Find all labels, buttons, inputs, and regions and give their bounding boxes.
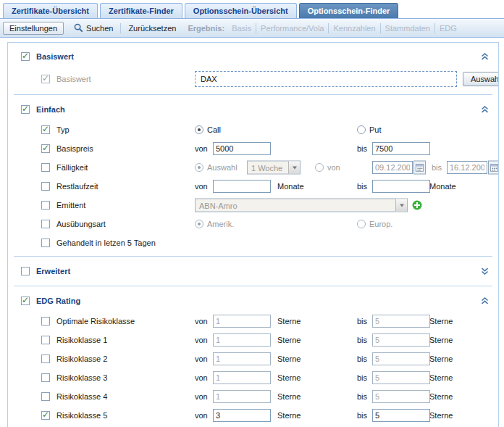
tab-optionsschein-uebersicht[interactable]: Optionsschein-Übersicht [185,3,297,18]
risikoklasse-checkbox[interactable] [41,392,50,401]
section-separator [14,286,492,286]
basispreis-label: Basispreis [56,144,93,153]
put-radio-option[interactable]: Put [357,125,382,134]
risiko-bis-input [372,352,430,365]
call-label: Call [207,125,221,134]
bis-label: bis [357,355,367,363]
filter-row-risikoklasse-1: Risikoklasse 1 von Sterne bis Sterne [8,331,498,349]
restlaufzeit-bis-input[interactable] [372,180,430,193]
basiswert-section-checkbox[interactable] [21,52,30,61]
risikoklasse-checkbox[interactable] [41,355,50,363]
risikoklasse-label: Risikoklasse 4 [56,392,107,401]
risikoklasse-label: Risikoklasse 3 [56,373,107,382]
risiko-bis-input [372,390,430,403]
auswahl-label: Auswahl [207,163,238,172]
section-separator [14,94,492,95]
search-icon [74,23,83,33]
europ-label: Europ. [369,220,392,228]
collapse-icon[interactable] [481,53,489,60]
faelligkeit-checkbox[interactable] [41,163,50,172]
einstellungen-button[interactable]: Einstellungen [3,22,64,35]
basispreis-bis-input[interactable] [372,142,430,155]
suchen-button[interactable]: Suchen [70,22,117,34]
dropdown-arrow-icon [395,199,407,212]
bis-label: bis [357,411,367,420]
put-radio[interactable] [357,125,366,134]
filter-row-ausuebungsart: Ausübungsart Amerik. Europ. [8,215,498,233]
risikoklasse-checkbox[interactable] [41,317,50,326]
zuruecksetzen-button[interactable]: Zurücksetzen [124,22,180,34]
section-title: Erweitert [36,267,70,275]
edg-section-checkbox[interactable] [21,297,30,305]
sterne-label: Sterne [429,317,453,326]
tab-optionsschein-finder[interactable]: Optionsschein-Finder [299,3,399,18]
tab-zertifikate-uebersicht[interactable]: Zertifikate-Übersicht [3,3,98,18]
filter-row-faelligkeit: Fälligkeit Auswahl 1 Woche von bis [8,158,498,177]
tab-label: Zertifikate-Finder [109,7,174,15]
restlaufzeit-checkbox[interactable] [41,182,50,191]
calendar-icon [488,161,499,175]
suchen-label: Suchen [86,24,113,33]
faelligkeit-label: Fälligkeit [56,163,88,172]
emittent-checkbox[interactable] [41,201,50,210]
toolbar-separator [256,23,256,33]
bis-label: bis [357,392,367,401]
basiswert-value-field[interactable]: DAX [195,71,457,87]
result-tab-stammdaten: Stammdaten [385,24,430,33]
zuruecksetzen-label: Zurücksetzen [128,24,176,33]
restlaufzeit-von-input[interactable] [213,180,271,193]
amerik-label: Amerik. [207,220,234,228]
sterne-label: Sterne [429,336,453,344]
von-label: von [327,163,340,172]
gehandelt-checkbox[interactable] [41,239,50,247]
emittent-dropdown: ABN-Amro [195,199,408,212]
risikoklasse-label: Risikoklasse 2 [56,355,107,363]
bis-label: bis [357,182,367,191]
collapse-icon[interactable] [481,297,489,304]
call-radio[interactable] [195,125,203,134]
monate-label: Monate [277,182,304,191]
von-datum-radio [315,163,324,172]
erweitert-section-checkbox[interactable] [21,267,30,275]
dropdown-arrow-icon [288,162,300,174]
sterne-label: Sterne [429,373,453,382]
bis-label: bis [357,336,367,344]
filter-row-optimale-risikoklasse: Optimale Risikoklasse von Sterne bis Ste… [8,312,498,331]
put-label: Put [369,125,382,134]
europ-radio-option: Europ. [357,220,392,228]
typ-checkbox[interactable] [41,125,50,134]
monate-label: Monate [429,182,456,191]
risikoklasse-checkbox[interactable] [41,373,50,382]
optionsschein-finder-window: Zertifikate-Übersicht Zertifikate-Finder… [0,0,504,427]
collapse-icon[interactable] [481,106,489,113]
tab-bar: Zertifikate-Übersicht Zertifikate-Finder… [0,0,504,19]
call-radio-option[interactable]: Call [195,125,221,134]
tab-zertifikate-finder[interactable]: Zertifikate-Finder [100,3,182,18]
ausuebungsart-checkbox[interactable] [41,220,50,228]
einfach-section-checkbox[interactable] [21,105,30,114]
add-emittent-button[interactable] [412,200,422,210]
auswahl-radio-option: Auswahl [195,163,238,172]
basiswert-value: DAX [201,75,217,83]
amerik-radio [195,220,203,228]
risikoklasse-checkbox[interactable] [41,411,50,420]
basispreis-von-input[interactable] [213,142,271,155]
risiko-von-input[interactable] [213,409,271,422]
expand-icon[interactable] [481,268,489,275]
sterne-label: Sterne [277,392,301,401]
auswahl-button[interactable]: Auswahl [463,72,499,86]
tab-label: Zertifikate-Übersicht [12,7,89,15]
sterne-label: Sterne [429,355,453,363]
section-title: Einfach [36,105,65,114]
section-header-basiswert: Basiswert [8,46,498,67]
risikoklasse-checkbox[interactable] [41,336,50,344]
risiko-bis-input[interactable] [372,409,430,422]
risiko-von-input [213,390,271,403]
sterne-label: Sterne [277,336,301,344]
basispreis-checkbox[interactable] [41,144,50,153]
sterne-label: Sterne [429,411,453,420]
faelligkeit-von-date-input [372,161,413,174]
emittent-value: ABN-Amro [196,201,395,210]
von-datum-radio-option: von [315,163,340,172]
von-label: von [195,336,208,344]
